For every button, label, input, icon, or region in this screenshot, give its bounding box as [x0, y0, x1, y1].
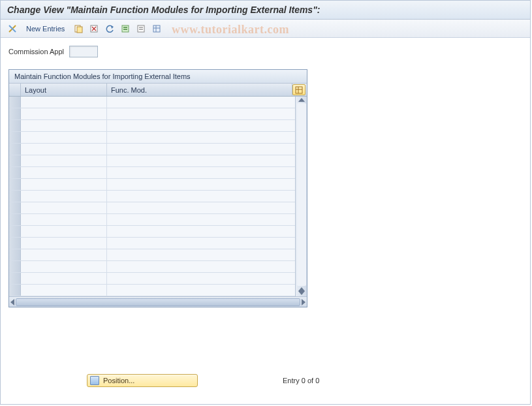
table-row[interactable]	[9, 155, 295, 167]
table-row[interactable]	[9, 238, 295, 249]
position-button[interactable]: Position...	[87, 374, 198, 387]
table-row[interactable]	[9, 144, 295, 155]
table-row[interactable]	[9, 285, 295, 296]
row-selector[interactable]	[9, 155, 21, 166]
deselect-icon[interactable]	[134, 22, 148, 35]
row-selector[interactable]	[9, 179, 21, 190]
cell-func-mod[interactable]	[107, 249, 295, 260]
delete-icon[interactable]	[87, 22, 101, 35]
cell-func-mod[interactable]	[107, 238, 295, 249]
select-all-icon[interactable]	[119, 22, 132, 35]
cell-layout[interactable]	[21, 108, 107, 119]
svg-marker-7	[111, 25, 114, 29]
row-selector[interactable]	[9, 249, 21, 260]
hscroll-thumb[interactable]	[16, 298, 300, 306]
cell-func-mod[interactable]	[107, 285, 295, 296]
column-layout[interactable]: Layout	[21, 84, 107, 96]
table-row[interactable]	[9, 273, 295, 285]
table-settings-icon[interactable]	[150, 22, 163, 35]
cell-func-mod[interactable]	[107, 144, 295, 155]
table-row[interactable]	[9, 132, 295, 144]
configure-columns-icon[interactable]	[292, 84, 305, 95]
app-window: Change View "Maintain Function Modules f…	[0, 0, 531, 405]
table-row[interactable]	[9, 120, 295, 132]
position-icon	[90, 376, 99, 385]
column-func-mod[interactable]: Func. Mod.	[107, 84, 292, 96]
cell-layout[interactable]	[21, 191, 107, 202]
scroll-track[interactable]	[297, 103, 306, 286]
column-select-all[interactable]	[9, 84, 21, 96]
table-row[interactable]	[9, 202, 295, 214]
row-selector[interactable]	[9, 97, 21, 108]
cell-func-mod[interactable]	[107, 261, 295, 272]
scroll-left-icon[interactable]	[10, 299, 14, 305]
table-row[interactable]	[9, 179, 295, 191]
cell-layout[interactable]	[21, 261, 107, 272]
undo-icon[interactable]	[103, 22, 116, 35]
svg-rect-17	[296, 87, 302, 93]
cell-layout[interactable]	[21, 202, 107, 213]
horizontal-scrollbar[interactable]	[9, 296, 307, 307]
cell-layout[interactable]	[21, 179, 107, 190]
hscroll-track[interactable]	[16, 298, 300, 306]
table-row[interactable]	[9, 97, 295, 108]
svg-rect-13	[139, 29, 143, 30]
cell-func-mod[interactable]	[107, 167, 295, 178]
row-selector[interactable]	[9, 132, 21, 143]
cell-func-mod[interactable]	[107, 226, 295, 237]
copy-icon[interactable]	[72, 22, 85, 35]
cell-func-mod[interactable]	[107, 97, 295, 108]
commission-appl-input[interactable]	[69, 46, 98, 57]
row-selector[interactable]	[9, 238, 21, 249]
table-row[interactable]	[9, 167, 295, 179]
cell-func-mod[interactable]	[107, 273, 295, 284]
cell-layout[interactable]	[21, 120, 107, 131]
cell-layout[interactable]	[21, 97, 107, 108]
cell-func-mod[interactable]	[107, 155, 295, 166]
row-selector[interactable]	[9, 261, 21, 272]
row-selector[interactable]	[9, 273, 21, 284]
table-row[interactable]	[9, 191, 295, 202]
cell-func-mod[interactable]	[107, 179, 295, 190]
scroll-right-icon[interactable]	[302, 299, 305, 305]
row-selector[interactable]	[9, 202, 21, 213]
cell-func-mod[interactable]	[107, 108, 295, 119]
row-selector[interactable]	[9, 285, 21, 296]
content-area: Commission Appl Maintain Function Module…	[1, 38, 530, 315]
cell-layout[interactable]	[21, 144, 107, 155]
cell-func-mod[interactable]	[107, 191, 295, 202]
toggle-icon[interactable]	[6, 22, 19, 35]
new-entries-label: New Entries	[26, 25, 65, 33]
cell-func-mod[interactable]	[107, 214, 295, 225]
cell-layout[interactable]	[21, 249, 107, 260]
table-row[interactable]	[9, 261, 295, 273]
new-entries-button[interactable]: New Entries	[22, 22, 69, 35]
scroll-down-icon[interactable]	[298, 291, 305, 295]
cell-func-mod[interactable]	[107, 202, 295, 213]
cell-layout[interactable]	[21, 238, 107, 249]
table-row[interactable]	[9, 108, 295, 120]
cell-func-mod[interactable]	[107, 132, 295, 143]
table-frame: Maintain Function Modules for Importing …	[8, 69, 307, 307]
row-selector[interactable]	[9, 144, 21, 155]
table-row[interactable]	[9, 214, 295, 226]
scroll-up-icon[interactable]	[298, 98, 305, 102]
cell-layout[interactable]	[21, 285, 107, 296]
vertical-scrollbar[interactable]	[295, 97, 307, 296]
table-row[interactable]	[9, 226, 295, 238]
cell-layout[interactable]	[21, 273, 107, 284]
row-selector[interactable]	[9, 214, 21, 225]
row-selector[interactable]	[9, 108, 21, 119]
row-selector[interactable]	[9, 167, 21, 178]
toolbar: New Entries	[1, 20, 530, 38]
cell-layout[interactable]	[21, 155, 107, 166]
row-selector[interactable]	[9, 191, 21, 202]
row-selector[interactable]	[9, 226, 21, 237]
cell-layout[interactable]	[21, 226, 107, 237]
cell-func-mod[interactable]	[107, 120, 295, 131]
cell-layout[interactable]	[21, 214, 107, 225]
cell-layout[interactable]	[21, 167, 107, 178]
table-row[interactable]	[9, 249, 295, 261]
cell-layout[interactable]	[21, 132, 107, 143]
row-selector[interactable]	[9, 120, 21, 131]
